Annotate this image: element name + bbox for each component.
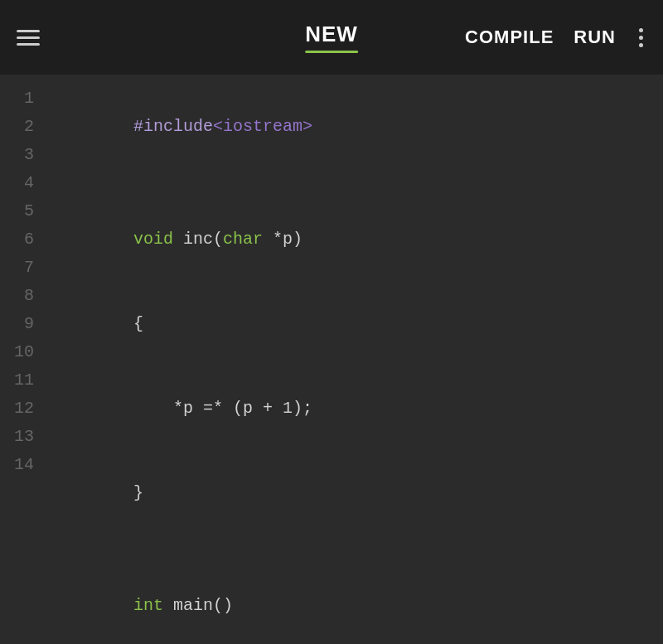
param: *p)	[263, 230, 302, 249]
line-numbers: 1 2 3 4 5 6 7 8 9 10 11 12 13 14	[0, 75, 46, 644]
keyword-char: char	[223, 230, 263, 249]
line-num-8: 8	[0, 282, 46, 310]
compile-button[interactable]: COMPILE	[465, 27, 554, 48]
line-num-7: 7	[0, 254, 46, 282]
code-line-8[interactable]: int main()	[54, 564, 663, 644]
main-func: main()	[163, 596, 233, 615]
line-num-1: 1	[0, 85, 46, 113]
header-left	[17, 30, 40, 46]
code-line-1[interactable]: #include<iostream>	[54, 85, 663, 169]
title-underline	[305, 51, 358, 53]
code-content: 1 2 3 4 5 6 7 8 9 10 11 12 13 14 #includ…	[0, 75, 663, 644]
code-lines[interactable]: #include<iostream> void inc(char *p) { *…	[46, 75, 663, 644]
more-options-icon[interactable]	[636, 25, 646, 51]
code-line-6[interactable]: }	[54, 451, 663, 535]
line-num-4: 4	[0, 169, 46, 197]
code-line-2[interactable]	[54, 169, 663, 197]
code-line-7[interactable]	[54, 535, 663, 564]
line-num-13: 13	[0, 423, 46, 451]
line-num-6: 6	[0, 225, 46, 254]
line-num-10: 10	[0, 338, 46, 366]
include-path: <iostream>	[213, 117, 312, 136]
line-num-9: 9	[0, 310, 46, 338]
line5-content: *p =* (p + 1);	[133, 399, 312, 418]
line-num-12: 12	[0, 395, 46, 423]
keyword-void: void	[133, 230, 173, 249]
code-line-5[interactable]: *p =* (p + 1);	[54, 366, 663, 451]
code-editor[interactable]: 1 2 3 4 5 6 7 8 9 10 11 12 13 14 #includ…	[0, 75, 663, 644]
header: NEW COMPILE RUN	[0, 0, 663, 75]
keyword-int: int	[133, 596, 163, 615]
line-num-3: 3	[0, 141, 46, 169]
code-line-3[interactable]: void inc(char *p)	[54, 197, 663, 282]
line-num-11: 11	[0, 366, 46, 395]
keyword-include: #include	[133, 117, 213, 136]
header-right: COMPILE RUN	[465, 25, 646, 51]
run-button[interactable]: RUN	[573, 27, 616, 48]
menu-icon[interactable]	[17, 30, 40, 46]
line-num-5: 5	[0, 197, 46, 225]
code-line-4[interactable]: {	[54, 282, 663, 366]
brace-close: }	[133, 483, 143, 502]
line-num-2: 2	[0, 113, 46, 141]
func-name: inc(	[173, 230, 223, 249]
line-num-14: 14	[0, 451, 46, 479]
brace-open: {	[133, 314, 143, 333]
header-center: NEW	[305, 22, 358, 53]
page-title: NEW	[305, 22, 358, 47]
